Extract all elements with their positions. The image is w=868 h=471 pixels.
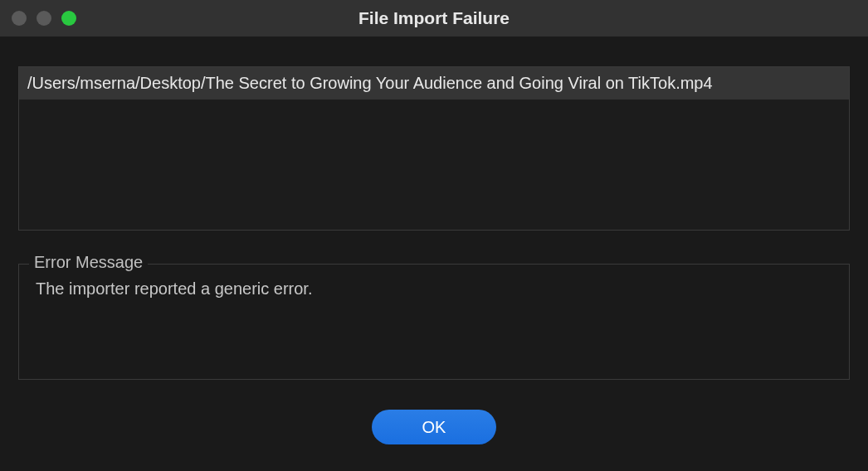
error-fieldset: Error Message The importer reported a ge… — [18, 264, 850, 380]
button-row: OK — [18, 410, 850, 444]
ok-button[interactable]: OK — [372, 410, 496, 444]
file-list-panel: /Users/mserna/Desktop/The Secret to Grow… — [18, 66, 850, 231]
error-message: The importer reported a generic error. — [32, 279, 836, 299]
minimize-icon[interactable] — [37, 11, 51, 26]
close-icon[interactable] — [12, 11, 27, 26]
content-area: /Users/mserna/Desktop/The Secret to Grow… — [0, 36, 868, 444]
traffic-lights — [0, 11, 76, 26]
error-legend: Error Message — [29, 253, 148, 272]
maximize-icon[interactable] — [61, 11, 76, 26]
window-title: File Import Failure — [358, 8, 510, 28]
titlebar: File Import Failure — [0, 0, 868, 36]
error-section: Error Message The importer reported a ge… — [18, 264, 850, 380]
file-list-item[interactable]: /Users/mserna/Desktop/The Secret to Grow… — [19, 67, 849, 100]
